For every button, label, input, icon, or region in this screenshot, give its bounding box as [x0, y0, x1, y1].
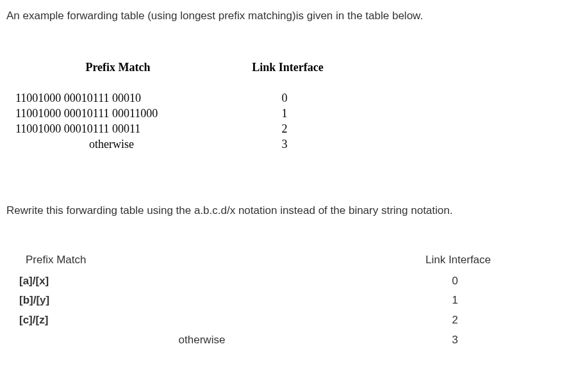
example-table-image: Prefix Match Link Interface 11001000 000…: [9, 50, 368, 164]
example-interface-cell: 3: [208, 136, 361, 152]
example-table: Prefix Match Link Interface 11001000 000…: [15, 59, 361, 152]
answer-header-prefix: Prefix Match: [19, 250, 391, 270]
example-prefix-cell: 11001000 00010111 00011: [15, 121, 208, 136]
answer-table: Prefix Match Link Interface [a]/[x] 0 [b…: [19, 250, 525, 350]
answer-prefix-cell: [c]/[z]: [19, 311, 384, 331]
answer-prefix-cell: [a]/[x]: [19, 272, 384, 291]
example-interface-cell: 2: [208, 121, 361, 136]
example-header-prefix: Prefix Match: [15, 59, 214, 76]
table-row: 11001000 00010111 00011 2: [15, 121, 361, 136]
intro-text: An example forwarding table (using longe…: [6, 8, 577, 24]
table-row: 11001000 00010111 00011000 1: [15, 106, 361, 121]
table-row: [c]/[z] 2: [19, 311, 525, 331]
example-table-header: Prefix Match Link Interface: [15, 59, 361, 76]
question-text: Rewrite this forwarding table using the …: [6, 202, 577, 219]
answer-prefix-cell-otherwise: otherwise: [19, 331, 384, 350]
table-row: 11001000 00010111 00010 0: [15, 90, 361, 106]
table-row: [a]/[x] 0: [19, 272, 525, 291]
example-prefix-cell: 11001000 00010111 00011000: [15, 106, 208, 121]
answer-interface-cell: 3: [384, 331, 525, 350]
example-interface-cell: 1: [208, 106, 361, 121]
table-row: otherwise 3: [15, 136, 361, 152]
answer-prefix-cell: [b]/[y]: [19, 291, 384, 311]
answer-interface-cell: 1: [384, 291, 525, 311]
table-row: [b]/[y] 1: [19, 291, 525, 311]
table-row: otherwise 3: [19, 331, 525, 350]
example-prefix-cell-otherwise: otherwise: [15, 136, 208, 152]
example-interface-cell: 0: [208, 90, 361, 106]
example-prefix-cell: 11001000 00010111 00010: [15, 90, 208, 106]
answer-header-interface: Link Interface: [391, 250, 525, 270]
example-header-interface: Link Interface: [214, 59, 361, 76]
answer-interface-cell: 2: [384, 311, 525, 331]
answer-interface-cell: 0: [384, 272, 525, 291]
answer-table-header: Prefix Match Link Interface: [19, 250, 525, 270]
